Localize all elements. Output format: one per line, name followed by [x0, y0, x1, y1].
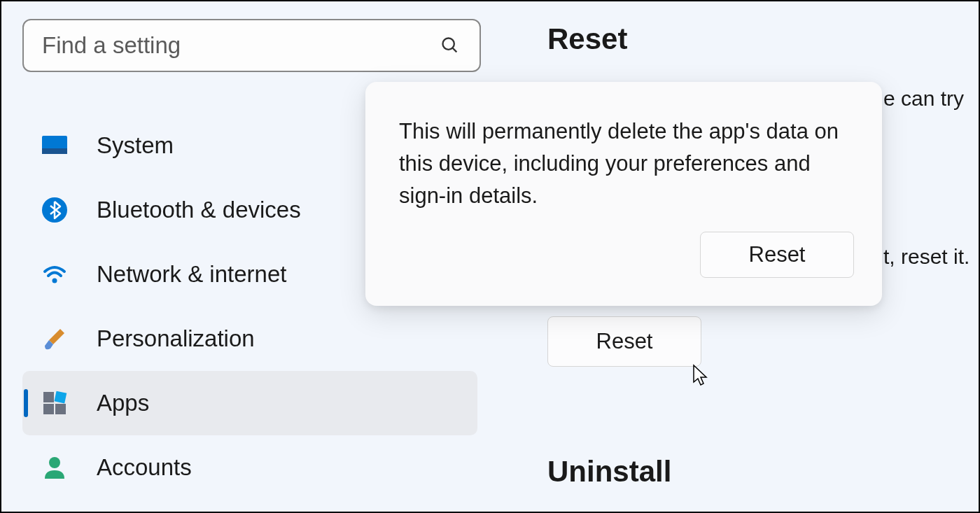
search-icon — [440, 36, 460, 55]
sidebar-item-label: Network & internet — [97, 261, 286, 288]
uninstall-heading: Uninstall — [547, 455, 671, 489]
sidebar-item-label: Personalization — [97, 325, 255, 352]
sidebar-item-label: Accounts — [97, 454, 192, 481]
cursor-icon — [691, 364, 710, 388]
bluetooth-icon — [41, 196, 69, 224]
svg-rect-7 — [54, 391, 66, 404]
person-icon — [41, 454, 69, 482]
main-content: Reset — [547, 22, 980, 69]
wifi-icon — [41, 260, 69, 288]
sidebar-item-personalization[interactable]: Personalization — [22, 307, 477, 371]
reset-button[interactable]: Reset — [547, 316, 701, 367]
svg-rect-6 — [43, 392, 54, 402]
sidebar-item-apps[interactable]: Apps — [22, 371, 477, 435]
display-icon — [41, 132, 69, 160]
paintbrush-icon — [41, 325, 69, 353]
svg-point-5 — [52, 279, 57, 283]
svg-point-0 — [443, 38, 454, 50]
svg-rect-9 — [55, 404, 66, 414]
search-container — [22, 19, 481, 72]
reset-heading: Reset — [547, 22, 980, 56]
reset-confirmation-popup: This will permanently delete the app's d… — [365, 82, 882, 306]
popup-message: This will permanently delete the app's d… — [399, 115, 848, 212]
svg-point-10 — [49, 457, 60, 468]
search-input[interactable] — [22, 19, 481, 72]
svg-line-1 — [453, 48, 457, 52]
sidebar-item-label: System — [97, 132, 174, 159]
apps-icon — [41, 389, 69, 417]
sidebar-item-label: Bluetooth & devices — [97, 197, 301, 223]
partial-text: e can try — [883, 87, 964, 111]
svg-rect-8 — [43, 404, 54, 414]
sidebar-item-label: Apps — [97, 390, 149, 416]
sidebar-item-accounts[interactable]: Accounts — [22, 435, 477, 500]
partial-text: t, reset it. — [883, 245, 969, 269]
confirm-reset-button[interactable]: Reset — [700, 232, 854, 278]
svg-rect-3 — [42, 148, 67, 154]
